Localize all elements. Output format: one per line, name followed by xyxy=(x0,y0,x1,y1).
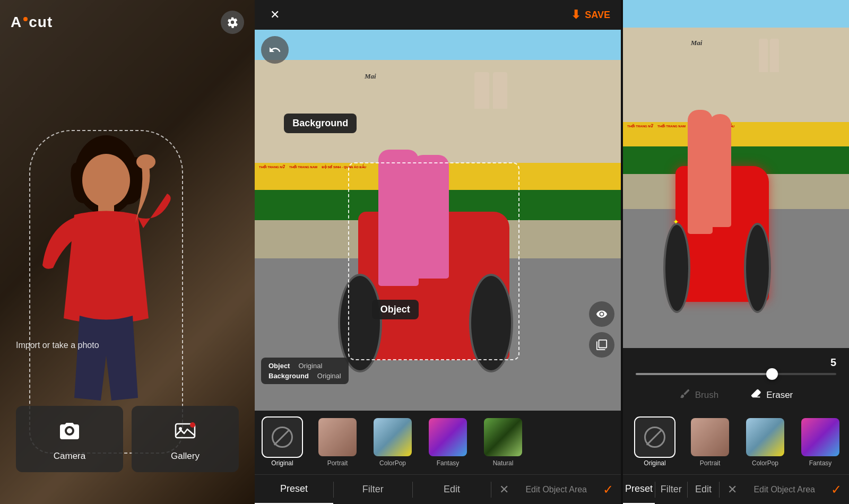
camera-label: Camera xyxy=(54,451,85,462)
right-preset-thumb-fantasy xyxy=(801,418,839,456)
brush-button[interactable]: Brush xyxy=(679,388,718,402)
preset-label-colorpop: ColorPop xyxy=(379,459,406,467)
slider-thumb[interactable] xyxy=(766,368,778,380)
top-bar: ✕ ⬇ SAVE xyxy=(255,0,621,30)
tool-row: Brush Eraser xyxy=(623,381,849,411)
preview-mannequin-2 xyxy=(770,39,779,72)
right-panel: Mai THỜI TRANG NỮ THỜI TRANG NAM BỘ SƠ S… xyxy=(621,0,849,504)
right-preset-label-original: Original xyxy=(644,459,665,467)
right-edit-object-area-label: Edit Object Area xyxy=(745,485,824,494)
slider-value: 5 xyxy=(636,357,836,369)
preview-sky xyxy=(623,0,849,28)
center-panel: ✕ ⬇ SAVE Mai THỜI TRANG NỮ THỜI TRANG NA… xyxy=(255,0,621,504)
undo-button[interactable] xyxy=(261,36,289,64)
slider-fill xyxy=(636,373,772,375)
preview-person-front-body xyxy=(709,114,731,227)
mannequin-1 xyxy=(474,72,489,109)
right-preset-thumb-original xyxy=(636,418,674,456)
preview-mannequin-1 xyxy=(759,39,768,72)
preset-item-natural[interactable]: Natural xyxy=(475,414,531,471)
close-button[interactable]: ✕ xyxy=(265,5,284,24)
right-tab-preset-label: Preset xyxy=(625,483,653,494)
scooter-group xyxy=(328,125,530,373)
preview-wheel-back xyxy=(663,223,691,314)
edit-object-area-label: Edit Object Area xyxy=(517,485,595,494)
logo-dot xyxy=(23,17,28,21)
gallery-icon xyxy=(175,421,196,445)
compare-button[interactable] xyxy=(589,332,614,358)
logo-text: A xyxy=(11,14,22,31)
preview-image: Mai THỜI TRANG NỮ THỜI TRANG NAM BỘ SƠ S… xyxy=(623,0,849,348)
gallery-button[interactable]: Gallery xyxy=(132,406,239,472)
background-status-value: Original xyxy=(317,372,341,380)
right-preset-original[interactable]: Original xyxy=(627,414,682,471)
preset-item-portrait[interactable]: Portrait xyxy=(310,414,365,471)
preview-mai-sign: Mai xyxy=(691,39,703,47)
camera-icon xyxy=(59,421,80,445)
settings-button[interactable] xyxy=(221,11,244,34)
preset-item-original[interactable]: Original xyxy=(255,414,310,471)
object-status-label: Object xyxy=(268,362,290,370)
svg-point-5 xyxy=(179,427,182,430)
save-icon: ⬇ xyxy=(571,8,581,22)
right-tab-preset[interactable]: Preset xyxy=(623,475,655,504)
right-preset-strip: Original Portrait ColorPop Fantasy Natur… xyxy=(623,411,849,474)
svg-point-6 xyxy=(190,422,195,428)
tab-edit-label: Edit xyxy=(444,484,460,495)
app-logo: A cut xyxy=(11,14,53,31)
preview-marker: ✦ xyxy=(673,218,679,226)
sky xyxy=(255,30,621,60)
mai-sign: Mai xyxy=(365,72,376,81)
tab-edit[interactable]: Edit xyxy=(413,475,491,504)
visibility-button[interactable] xyxy=(589,301,614,327)
eraser-button[interactable]: Eraser xyxy=(750,388,793,402)
slider-area: 5 xyxy=(623,348,849,381)
brush-icon xyxy=(679,388,691,402)
preset-strip: Original Portrait ColorPop Fantasy Natur… xyxy=(255,411,621,474)
eraser-icon xyxy=(750,388,762,402)
preset-label-natural: Natural xyxy=(493,459,514,467)
left-panel: A cut Import or take a photo Camera xyxy=(0,0,255,504)
tab-preset[interactable]: Preset xyxy=(255,475,333,504)
app-header: A cut xyxy=(11,11,244,34)
right-bottom-tabs: Preset Filter Edit ✕ Edit Object Area ✓ xyxy=(623,474,849,504)
preview-person-front xyxy=(709,114,731,227)
right-tab-filter-label: Filter xyxy=(661,484,682,495)
preset-thumb-portrait xyxy=(318,418,357,456)
brush-label: Brush xyxy=(695,390,718,401)
tab-preset-label: Preset xyxy=(280,483,308,494)
preset-thumb-natural xyxy=(484,418,522,456)
camera-button[interactable]: Camera xyxy=(16,406,123,472)
preset-label-portrait: Portrait xyxy=(327,459,348,467)
right-preset-fantasy[interactable]: Fantasy xyxy=(793,414,848,471)
no-sign-icon xyxy=(272,427,293,448)
right-preset-label-colorpop: ColorPop xyxy=(752,459,778,467)
object-status-row: Object Original xyxy=(268,362,341,370)
right-preset-thumb-colorpop xyxy=(746,418,784,456)
preset-item-fantasy[interactable]: Fantasy xyxy=(420,414,475,471)
right-tab-filter[interactable]: Filter xyxy=(655,475,687,504)
right-tab-edit[interactable]: Edit xyxy=(688,475,720,504)
preset-item-colorpop[interactable]: ColorPop xyxy=(365,414,420,471)
right-preset-colorpop[interactable]: ColorPop xyxy=(738,414,793,471)
right-buttons xyxy=(589,301,614,358)
tab-filter[interactable]: Filter xyxy=(334,475,412,504)
tab-dismiss-button[interactable]: ✕ xyxy=(491,483,517,497)
gallery-label: Gallery xyxy=(171,451,200,462)
main-image-area: Mai THỜI TRANG NỮ THỜI TRANG NAM BỘ SƠ S… xyxy=(255,30,621,411)
right-tab-confirm-button[interactable]: ✓ xyxy=(824,482,849,497)
preview-street-scene: Mai THỜI TRANG NỮ THỜI TRANG NAM BỘ SƠ S… xyxy=(623,0,849,348)
selection-outline xyxy=(29,130,183,454)
slider-track[interactable] xyxy=(636,373,836,375)
bottom-tabs: Preset Filter Edit ✕ Edit Object Area ✓ xyxy=(255,474,621,504)
preset-label-fantasy: Fantasy xyxy=(437,459,460,467)
eraser-label: Eraser xyxy=(766,390,793,401)
tab-confirm-button[interactable]: ✓ xyxy=(595,482,621,497)
right-preset-label-fantasy: Fantasy xyxy=(809,459,832,467)
right-preset-label-portrait: Portrait xyxy=(700,459,721,467)
preset-thumb-original xyxy=(263,418,301,456)
object-selection-border xyxy=(348,162,519,360)
right-tab-close-button[interactable]: ✕ xyxy=(720,483,745,497)
save-button[interactable]: ⬇ SAVE xyxy=(571,8,610,22)
right-preset-portrait[interactable]: Portrait xyxy=(682,414,738,471)
